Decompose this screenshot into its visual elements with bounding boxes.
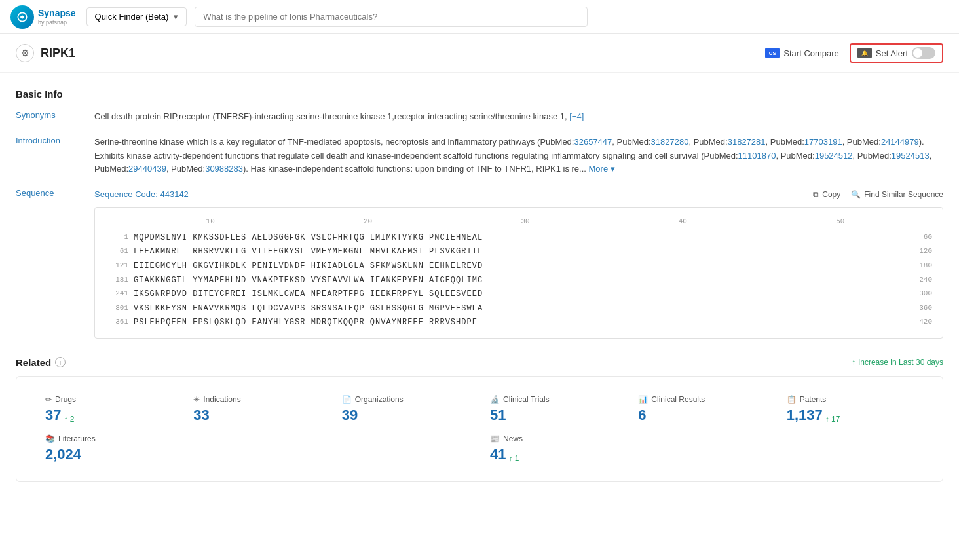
related-card-indications[interactable]: ✳ Indications 33 xyxy=(183,390,331,429)
pubmed-19524512[interactable]: 19524512 xyxy=(815,151,853,160)
related-header: Related i ↑ Increase in Last 30 days xyxy=(16,357,943,368)
set-alert-button[interactable]: 🔔 Set Alert xyxy=(850,43,943,63)
pubmed-11101870[interactable]: 11101870 xyxy=(738,151,776,160)
intro-more-link[interactable]: More ▾ xyxy=(589,164,615,174)
increase-badge: ↑ Increase in Last 30 days xyxy=(852,358,943,367)
related-info-icon[interactable]: i xyxy=(55,357,66,367)
find-similar-label: Find Similar Sequence xyxy=(864,189,943,201)
clinical-trials-label: 🔬 Clinical Trials xyxy=(490,395,617,404)
news-icon: 📰 xyxy=(490,434,500,443)
drugs-label: ✏ Drugs xyxy=(45,395,172,404)
pubmed-17703191[interactable]: 17703191 xyxy=(804,137,842,147)
main-content: Basic Info Synonyms Cell death protein R… xyxy=(0,73,959,498)
start-compare-button[interactable]: US Start Compare xyxy=(765,48,839,58)
sequence-row: Sequence Sequence Code: 443142 ⧉ Copy 🔍 … xyxy=(16,188,943,339)
indications-label: ✳ Indications xyxy=(193,395,320,404)
compare-icon: US xyxy=(765,48,780,58)
seq-row-121: 121 EIIEGMCYLH GKGVIHKDLK PENILVDNDF HIK… xyxy=(105,259,932,274)
related-card-news[interactable]: 📰 News 41 ↑ 1 xyxy=(480,429,924,468)
drugs-value: 37 ↑ 2 xyxy=(45,407,172,424)
pubmed-24144979[interactable]: 24144979 xyxy=(881,137,919,147)
pubmed-30988283[interactable]: 30988283 xyxy=(205,164,243,174)
introduction-label: Introduction xyxy=(16,136,94,176)
increase-label: Increase in Last 30 days xyxy=(858,358,943,367)
pubmed-29440439[interactable]: 29440439 xyxy=(128,164,166,174)
quick-finder-button[interactable]: Quick Finder (Beta) ▾ xyxy=(86,7,187,26)
sequence-code-link[interactable]: Sequence Code: 443142 xyxy=(94,188,189,202)
pubmed-32657447[interactable]: 32657447 xyxy=(574,137,612,147)
clinical-trials-icon: 🔬 xyxy=(490,395,500,404)
related-card-clinical-results[interactable]: 📊 Clinical Results 6 xyxy=(628,390,776,429)
alert-toggle[interactable] xyxy=(912,47,935,59)
logo-icon xyxy=(10,5,34,29)
organizations-value: 39 xyxy=(342,407,469,424)
news-delta: ↑ 1 xyxy=(508,454,519,463)
copy-button[interactable]: ⧉ Copy xyxy=(813,189,840,201)
clinical-results-icon: 📊 xyxy=(638,395,648,404)
arrow-up-icon: ↑ xyxy=(852,358,856,367)
drugs-delta: ↑ 2 xyxy=(64,415,74,424)
seq-row-241: 241 IKSGNRPDVD DITEYCPREI ISLMKLCWEA NPE… xyxy=(105,288,932,302)
header-actions: US Start Compare 🔔 Set Alert xyxy=(765,43,943,63)
clinical-results-label: 📊 Clinical Results xyxy=(638,395,765,404)
pubmed-19524513[interactable]: 19524513 xyxy=(892,151,930,160)
page-header-left: ⚙ RIPK1 xyxy=(16,44,765,62)
related-card-drugs[interactable]: ✏ Drugs 37 ↑ 2 xyxy=(35,390,183,429)
clinical-trials-value: 51 xyxy=(490,407,617,424)
page-header: ⚙ RIPK1 US Start Compare 🔔 Set Alert xyxy=(0,34,959,73)
seq-row-361: 361 PSLEHPQEEN EPSLQSKLQD EANYHLYGSR MDR… xyxy=(105,316,932,330)
find-similar-button[interactable]: 🔍 Find Similar Sequence xyxy=(851,189,943,201)
seq-row-61: 61 LEEAKMNRL RHSRVVKLLG VIIEEGKYSL VMEYM… xyxy=(105,245,932,259)
copy-icon: ⧉ xyxy=(813,189,819,201)
synonyms-label: Synonyms xyxy=(16,110,94,124)
related-cards: ✏ Drugs 37 ↑ 2 ✳ Indications 33 📄 Organi… xyxy=(16,376,943,482)
sequence-label: Sequence xyxy=(16,188,94,339)
organizations-icon: 📄 xyxy=(342,395,352,404)
introduction-value: Serine-threonine kinase which is a key r… xyxy=(94,136,943,176)
literatures-value: 2,024 xyxy=(45,446,469,463)
brand-name: Synapse xyxy=(38,8,76,19)
synonyms-value: Cell death protein RIP,receptor (TNFRSF)… xyxy=(94,110,943,124)
page-title: RIPK1 xyxy=(41,47,75,60)
literatures-label: 📚 Literatures xyxy=(45,434,469,443)
patents-label: 📋 Patents xyxy=(787,395,914,404)
introduction-row: Introduction Serine-threonine kinase whi… xyxy=(16,136,943,176)
logo-area: Synapse by patsnap xyxy=(10,5,76,29)
clinical-results-value: 6 xyxy=(638,407,765,424)
sequence-header: Sequence Code: 443142 ⧉ Copy 🔍 Find Simi… xyxy=(94,188,943,202)
logo-text: Synapse by patsnap xyxy=(38,8,76,26)
literatures-icon: 📚 xyxy=(45,434,55,443)
top-nav: Synapse by patsnap Quick Finder (Beta) ▾ xyxy=(0,0,959,34)
related-title: Related xyxy=(16,357,51,368)
indications-icon: ✳ xyxy=(193,395,200,404)
brand-sub: by patsnap xyxy=(38,19,76,26)
related-card-literatures[interactable]: 📚 Literatures 2,024 xyxy=(35,429,480,468)
seq-row-301: 301 VKSLKKEYSN ENAVVKRMQS LQLDCVAVPS SRS… xyxy=(105,302,932,316)
alert-icon: 🔔 xyxy=(857,48,872,58)
seq-row-181: 181 GTAKKNGGTL YYMAPEHLND VNAKPTEKSD VYS… xyxy=(105,274,932,288)
search-input[interactable] xyxy=(195,7,588,27)
gear-icon: ⚙ xyxy=(16,44,34,62)
patents-value: 1,137 ↑ 17 xyxy=(787,407,914,424)
pubmed-31827280[interactable]: 31827280 xyxy=(651,137,689,147)
related-card-clinical-trials[interactable]: 🔬 Clinical Trials 51 xyxy=(480,390,628,429)
sequence-ruler: 10 20 30 40 50 xyxy=(105,215,932,229)
set-alert-label: Set Alert xyxy=(876,48,908,58)
patents-icon: 📋 xyxy=(787,395,797,404)
seq-row-1: 1 MQPDMSLNVI KMKSSDFLES AELDSGGFGK VSLCF… xyxy=(105,231,932,246)
copy-label: Copy xyxy=(822,189,840,201)
related-card-organizations[interactable]: 📄 Organizations 39 xyxy=(331,390,480,429)
synonyms-row: Synonyms Cell death protein RIP,receptor… xyxy=(16,110,943,124)
sequence-value: Sequence Code: 443142 ⧉ Copy 🔍 Find Simi… xyxy=(94,188,943,339)
start-compare-label: Start Compare xyxy=(783,48,839,58)
synonyms-more-link[interactable]: [+4] xyxy=(569,111,584,121)
related-card-patents[interactable]: 📋 Patents 1,137 ↑ 17 xyxy=(776,390,924,429)
synonyms-text: Cell death protein RIP,receptor (TNFRSF)… xyxy=(94,111,567,121)
pubmed-31827281[interactable]: 31827281 xyxy=(728,137,766,147)
quick-finder-label: Quick Finder (Beta) xyxy=(95,12,169,22)
news-value: 41 ↑ 1 xyxy=(490,446,914,463)
basic-info-title: Basic Info xyxy=(16,88,943,100)
sequence-box[interactable]: 10 20 30 40 50 1 MQPDMSLNVI KMKSSDFLES A… xyxy=(94,207,943,339)
drugs-icon: ✏ xyxy=(45,395,52,404)
find-similar-icon: 🔍 xyxy=(851,189,861,201)
